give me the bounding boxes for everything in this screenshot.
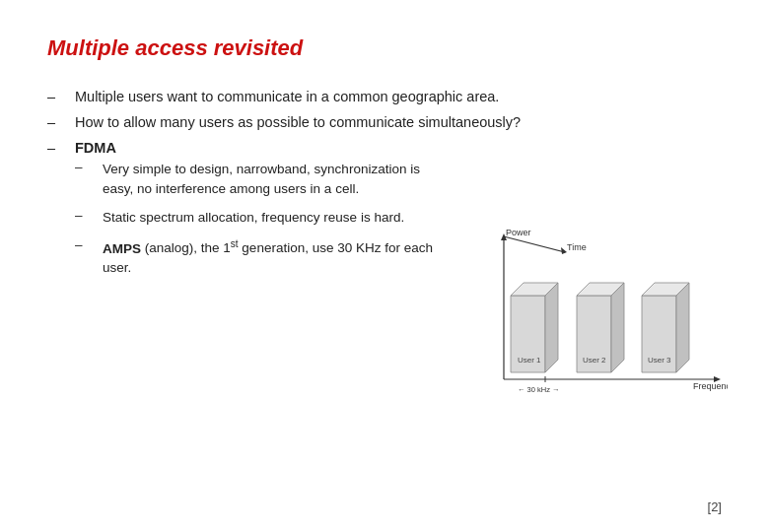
superscript: st <box>231 238 239 249</box>
bullet-item-2: – How to allow many users as possible to… <box>47 114 722 130</box>
bullet-text-2: How to allow many users as possible to c… <box>75 114 521 130</box>
svg-marker-12 <box>611 283 624 372</box>
sub-bullet-text-2: Static spectrum allocation, frequency re… <box>103 208 404 228</box>
frequency-label: Frequency <box>693 381 728 391</box>
dash-fdma: – <box>47 140 69 156</box>
fdma-svg: Power Time Frequency ← 30 kHz → User 1 U… <box>466 227 728 414</box>
svg-line-4 <box>504 236 565 252</box>
sub-bullet-text-amps: AMPS (analog), the 1st generation, use 3… <box>103 237 438 278</box>
user3-label: User 3 <box>648 356 671 365</box>
sub-dash-2: – <box>75 208 97 223</box>
main-bullet-list: – Multiple users want to communicate in … <box>47 89 722 156</box>
bullet-item-fdma: – FDMA <box>47 140 722 156</box>
sub-dash-1: – <box>75 160 97 174</box>
time-label: Time <box>567 242 587 252</box>
page-number: [2] <box>708 499 722 514</box>
slide-title: Multiple access revisited <box>47 35 722 61</box>
dash-2: – <box>47 114 69 130</box>
sub-dash-amps: – <box>75 237 97 252</box>
fdma-label: FDMA <box>75 140 116 156</box>
user2-label: User 2 <box>583 356 606 365</box>
user1-label: User 1 <box>518 356 541 365</box>
freq-tick-label: ← 30 kHz → <box>518 385 560 394</box>
sub-bullet-text-1: Very simple to design, narrowband, synch… <box>103 160 438 198</box>
slide: Multiple access revisited – Multiple use… <box>0 0 769 532</box>
svg-marker-9 <box>545 283 558 372</box>
bullet-text-1: Multiple users want to communicate in a … <box>75 89 499 104</box>
sub-bullet-item-1: – Very simple to design, narrowband, syn… <box>75 160 722 198</box>
power-label: Power <box>506 228 531 237</box>
bullet-item-1: – Multiple users want to communicate in … <box>47 89 722 104</box>
dash-1: – <box>47 89 69 104</box>
amps-suffix: (analog), the 1st generation, use 30 KHz… <box>103 240 433 275</box>
amps-label: AMPS <box>103 240 141 255</box>
svg-marker-15 <box>676 283 689 372</box>
fdma-diagram: Power Time Frequency ← 30 kHz → User 1 U… <box>466 227 728 414</box>
sub-bullet-item-2: – Static spectrum allocation, frequency … <box>75 208 722 228</box>
